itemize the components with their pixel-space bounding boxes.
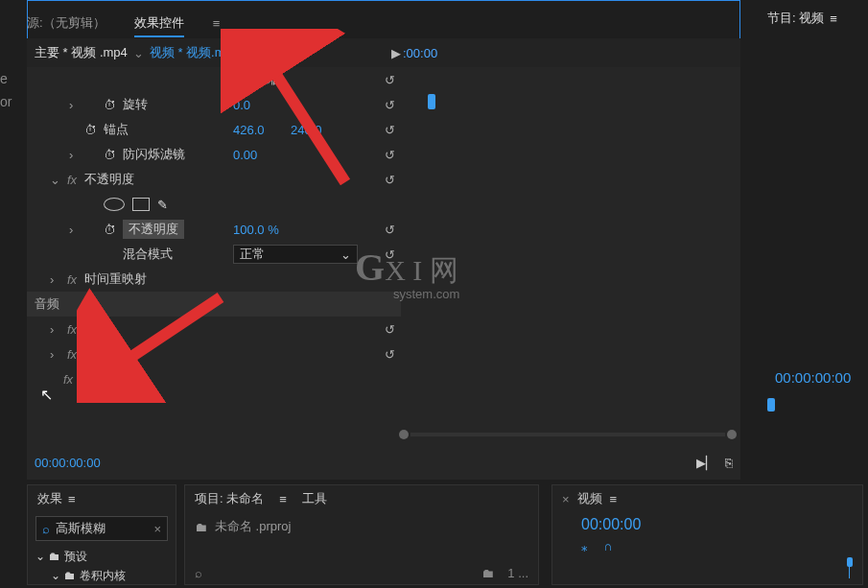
project-panel-title[interactable]: 项目: 未命名 — [195, 490, 264, 507]
reset-icon[interactable]: ↺ — [385, 173, 395, 187]
close-icon[interactable]: × — [562, 492, 570, 506]
expand-icon[interactable]: › — [50, 322, 61, 337]
playhead-icon[interactable] — [767, 398, 775, 412]
fx-icon[interactable]: fx — [63, 372, 77, 387]
blend-mode-value: 正常 — [240, 246, 265, 263]
fx-icon[interactable]: fx — [67, 322, 81, 337]
cropped-text: e — [0, 67, 23, 90]
panner-label: 声像器 — [81, 370, 118, 388]
stopwatch-icon[interactable]: ⏱ — [84, 123, 100, 137]
effect-controls-body: 主要 * 视频 .mp4 ⌄ 视频 * 视频.m ▶ :00:00 寺比缩 ↺ … — [27, 38, 740, 480]
fx-icon[interactable]: fx — [67, 347, 81, 362]
timeline-playhead[interactable] — [847, 557, 853, 578]
panel-menu-icon[interactable]: ≡ — [830, 12, 837, 26]
volume-label: 音量 — [84, 320, 109, 338]
master-clip-label[interactable]: 主要 * 视频 .mp4 — [35, 44, 128, 61]
mouse-cursor-icon: ↖ — [40, 386, 53, 404]
anchor-label: 锚点 — [104, 121, 129, 138]
effects-panel-title[interactable]: 效果 — [37, 490, 62, 507]
rect-mask-icon[interactable] — [132, 198, 150, 211]
export-icon[interactable]: ⎘ — [725, 456, 733, 470]
play-icon[interactable]: ▶ — [391, 46, 401, 60]
aspect-lock-checkbox[interactable] — [226, 74, 238, 85]
item-count: 1 ... — [507, 566, 528, 580]
reset-icon[interactable]: ↺ — [385, 347, 395, 362]
program-timecode[interactable]: 00:00:00:00 — [775, 369, 851, 386]
fx-icon[interactable]: fx — [67, 173, 81, 187]
effects-search-input[interactable]: ⌕ 高斯模糊 × — [35, 516, 168, 541]
timeline-scrollbar[interactable] — [399, 428, 737, 441]
expand-icon[interactable]: › — [50, 272, 61, 287]
tools-tab[interactable]: 工具 — [302, 490, 327, 507]
stopwatch-icon[interactable]: ⏱ — [104, 98, 119, 112]
chevron-down-icon[interactable]: ⌄ — [133, 46, 144, 60]
anchor-x-value[interactable]: 426.0 — [233, 123, 265, 137]
stopwatch-icon[interactable]: ⏱ — [104, 148, 119, 162]
project-file-name[interactable]: 未命名 .prproj — [215, 518, 291, 535]
snap-icon[interactable]: ⁎ — [581, 539, 588, 553]
anchor-y-value[interactable]: 240.0 — [291, 123, 322, 137]
skip-icon[interactable]: ▶▏ — [696, 456, 716, 470]
tab-effect-controls[interactable]: 效果控件 — [134, 14, 184, 32]
effects-search-value: 高斯模糊 — [56, 520, 106, 537]
scroll-track[interactable] — [411, 433, 725, 436]
effects-panel: 效果 ≡ ⌕ 高斯模糊 × ⌄ 🖿 预设 ⌄ 🖿 卷积内核 — [27, 484, 176, 585]
timeline-panel: × 视频 ≡ 00:00:00 ⁎ ∩ — [551, 484, 863, 585]
reset-icon[interactable]: ↺ — [385, 148, 395, 162]
opacity-value[interactable]: 100.0 % — [233, 223, 279, 237]
current-timecode[interactable]: 00:00:00:00 — [35, 456, 101, 470]
timeline-timecode[interactable]: 00:00:00 — [552, 512, 862, 537]
clear-icon[interactable]: × — [153, 522, 161, 536]
panel-menu-icon[interactable]: ≡ — [610, 492, 618, 506]
chevron-down-icon: ⌄ — [340, 247, 351, 262]
fx-icon[interactable]: fx — [67, 272, 81, 287]
program-ruler[interactable] — [767, 398, 863, 417]
reset-icon[interactable]: ↺ — [385, 223, 395, 237]
tab-source[interactable]: 源:（无剪辑） — [27, 14, 106, 32]
collapse-icon[interactable]: ⌄ — [50, 173, 61, 187]
reset-icon[interactable]: ↺ — [385, 247, 395, 262]
expand-icon[interactable]: › — [69, 98, 81, 112]
pen-mask-icon[interactable]: ✎ — [157, 198, 168, 212]
project-panel: 项目: 未命名 ≡ 工具 🖿 未命名 .prproj ⌕ 🖿 1 ... — [184, 484, 539, 585]
reset-icon[interactable]: ↺ — [385, 322, 395, 337]
audio-section-header: 音频 — [27, 292, 401, 317]
aspect-lock-label: 寺比缩 — [242, 71, 279, 88]
search-icon[interactable]: ⌕ — [195, 566, 202, 580]
expand-icon[interactable]: › — [69, 148, 81, 162]
magnet-icon[interactable]: ∩ — [603, 539, 612, 553]
panel-menu-icon[interactable]: ≡ — [68, 492, 76, 506]
reset-icon[interactable]: ↺ — [385, 123, 395, 137]
rotation-value[interactable]: 0.0 — [233, 98, 250, 112]
stopwatch-icon[interactable]: ⏱ — [104, 223, 119, 237]
ellipse-mask-icon[interactable] — [104, 198, 125, 211]
timeline-panel-title[interactable]: 视频 — [577, 490, 602, 507]
tree-item-presets[interactable]: ⌄ 🖿 预设 — [35, 547, 168, 566]
tree-item-convolution[interactable]: ⌄ 🖿 卷积内核 — [35, 566, 168, 585]
antiflicker-label: 防闪烁滤镜 — [123, 146, 185, 163]
chevron-down-icon: ⌄ — [35, 550, 45, 563]
time-remap-label: 时间重映射 — [84, 270, 147, 288]
playhead-icon[interactable] — [428, 94, 435, 109]
panel-menu-icon[interactable]: ≡ — [213, 16, 221, 31]
tab-program[interactable]: 节目: 视频 — [767, 10, 824, 27]
blend-mode-select[interactable]: 正常 ⌄ — [233, 245, 358, 264]
folder-icon: 🖿 — [64, 569, 76, 582]
search-icon: ⌕ — [42, 522, 50, 536]
timeline-start-label: :00:00 — [403, 46, 437, 60]
scroll-knob-left[interactable] — [399, 430, 409, 439]
opacity-label: 不透明度 — [123, 220, 184, 239]
reset-icon[interactable]: ↺ — [385, 73, 395, 87]
reset-icon[interactable]: ↺ — [385, 98, 395, 112]
channel-volume-label: 声道音 — [84, 345, 122, 363]
antiflicker-value[interactable]: 0.00 — [233, 148, 257, 162]
properties-list: 寺比缩 ↺ › ⏱ 旋转 0.0 ↺ ⏱ 锚点 426.0 240.0 ↺ › … — [27, 67, 401, 391]
sequence-clip-label[interactable]: 视频 * 视频.m — [150, 44, 225, 61]
expand-icon[interactable]: › — [69, 223, 81, 237]
panel-menu-icon[interactable]: ≡ — [279, 492, 287, 506]
folder-icon: 🖿 — [49, 550, 60, 563]
chevron-down-icon: ⌄ — [51, 569, 60, 582]
expand-icon[interactable]: › — [50, 347, 61, 362]
scroll-knob-right[interactable] — [727, 430, 737, 439]
bin-icon[interactable]: 🖿 — [481, 566, 494, 580]
